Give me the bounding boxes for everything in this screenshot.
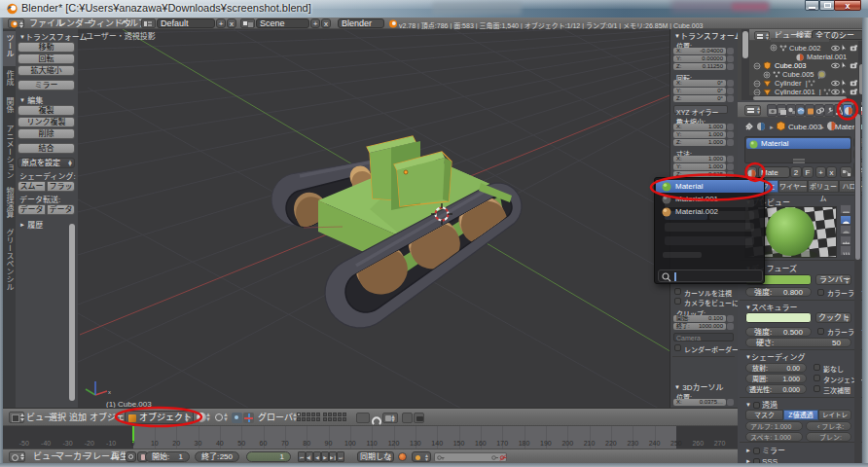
svg-text:x: x — [108, 389, 111, 395]
